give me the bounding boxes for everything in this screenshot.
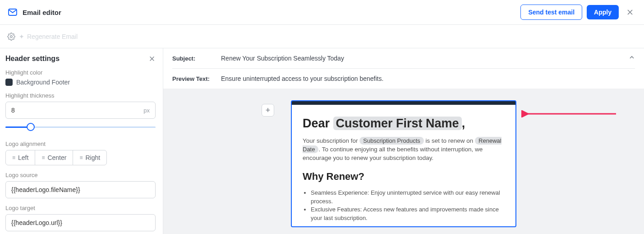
alignment-segmented-control: ≡Left ≡Center ≡Right <box>5 150 107 165</box>
sidebar-close-icon[interactable] <box>148 55 156 62</box>
list-item: Seamless Experience: Enjoy uninterrupted… <box>311 189 505 206</box>
logo-target-input[interactable] <box>11 219 150 226</box>
sidebar-title: Header settings <box>5 55 60 63</box>
email-preview-canvas: + Dear Customer First Name, Your subscri… <box>163 89 644 234</box>
align-left-button[interactable]: ≡Left <box>6 150 35 165</box>
chevron-up-icon[interactable] <box>629 54 635 62</box>
salutation: Dear Customer First Name, <box>303 117 505 131</box>
add-block-button[interactable]: + <box>262 104 274 117</box>
customer-name-tag[interactable]: Customer First Name <box>333 117 462 130</box>
background-footer-label: Background Footer <box>16 79 70 86</box>
logo-source-input[interactable] <box>11 186 150 193</box>
logo-source-label: Logo source <box>5 172 156 178</box>
align-right-icon: ≡ <box>79 154 83 161</box>
mail-icon <box>7 7 18 18</box>
highlight-thickness-label: Highlight thickness <box>5 92 156 99</box>
highlight-thickness-input[interactable] <box>11 107 143 114</box>
send-test-email-button[interactable]: Send test email <box>520 5 582 20</box>
subject-value: Renew Your Subscription Seamlessly Today <box>221 55 344 62</box>
preview-text-value: Ensure uninterrupted access to your subs… <box>221 75 383 82</box>
align-center-icon: ≡ <box>41 154 45 161</box>
align-right-button[interactable]: ≡Right <box>73 150 106 165</box>
top-header: Email editor Send test email Apply <box>0 0 644 25</box>
email-header-block[interactable]: Dear Customer First Name, Your subscript… <box>292 101 515 226</box>
thickness-unit: px <box>143 107 150 114</box>
subscription-products-tag[interactable]: Subscription Products <box>359 137 423 145</box>
apply-button[interactable]: Apply <box>587 5 619 19</box>
sidebar: Header settings Highlight color Backgrou… <box>0 48 163 234</box>
close-icon[interactable] <box>623 5 637 19</box>
gear-icon[interactable] <box>7 33 15 41</box>
slider-thumb[interactable] <box>27 123 35 131</box>
regenerate-email-button[interactable]: ✦ Regenerate Email <box>19 33 78 40</box>
preview-text-label: Preview Text: <box>172 75 215 82</box>
intro-paragraph: Your subscription for Subscription Produ… <box>303 137 505 163</box>
preview-text-row[interactable]: Preview Text: Ensure uninterrupted acces… <box>163 69 644 89</box>
why-renew-heading: Why Renew? <box>303 171 505 183</box>
highlight-color-label: Highlight color <box>5 69 156 76</box>
annotation-arrow <box>521 110 616 117</box>
svg-point-1 <box>10 35 13 37</box>
background-footer-checkbox[interactable] <box>5 79 13 86</box>
page-title: Email editor <box>23 9 61 16</box>
align-center-button[interactable]: ≡Center <box>35 150 73 165</box>
logo-alignment-label: Logo alignment <box>5 140 156 147</box>
sub-header: ✦ Regenerate Email <box>0 25 644 48</box>
align-left-icon: ≡ <box>12 154 15 161</box>
subject-label: Subject: <box>172 55 215 62</box>
subject-row[interactable]: Subject: Renew Your Subscription Seamles… <box>163 48 644 68</box>
sparkle-icon: ✦ <box>19 33 24 40</box>
list-item: Exclusive Features: Access new features … <box>311 206 505 223</box>
thickness-slider[interactable] <box>5 122 156 131</box>
logo-target-label: Logo target <box>5 205 156 211</box>
